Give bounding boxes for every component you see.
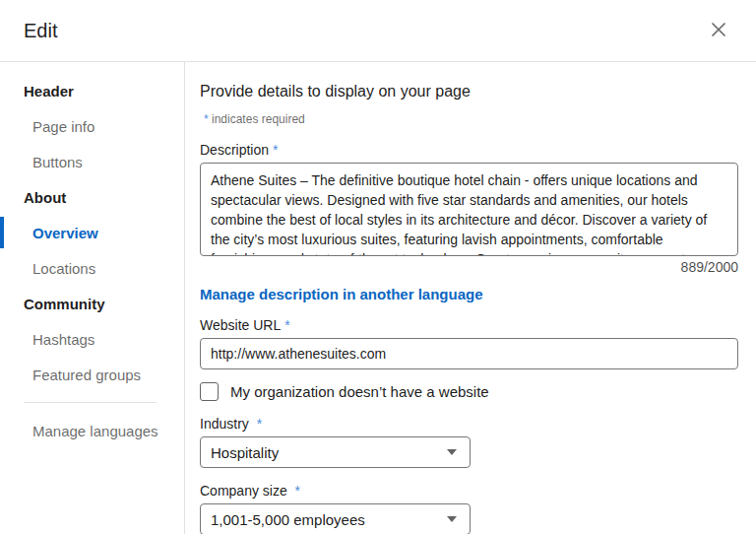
edit-form-content: Provide details to display on your page … [185, 62, 756, 534]
company-size-select[interactable]: 1,001-5,000 employees [200, 503, 471, 534]
sidebar-item-featured-groups[interactable]: Featured groups [0, 357, 184, 392]
edit-page-modal: Edit Header Page info Buttons About Over… [0, 0, 756, 534]
chevron-down-icon [447, 516, 457, 522]
website-required-asterisk: * [284, 317, 289, 333]
no-website-checkbox[interactable] [200, 382, 219, 401]
required-note-text: indicates required [212, 112, 305, 126]
website-url-input[interactable] [200, 338, 738, 369]
sidebar-item-hashtags[interactable]: Hashtags [0, 321, 184, 357]
required-note-asterisk: * [204, 112, 209, 126]
sidebar-item-page-info[interactable]: Page info [0, 108, 184, 144]
description-char-counter: 889/2000 [200, 259, 738, 275]
sidebar-item-buttons[interactable]: Buttons [0, 144, 184, 179]
industry-selected-value: Hospitality [211, 444, 279, 461]
sidebar-item-manage-languages[interactable]: Manage languages [0, 413, 184, 448]
modal-header: Edit [0, 0, 756, 62]
content-heading: Provide details to display on your page [200, 83, 738, 100]
no-website-checkbox-row: My organization doesn’t have a website [200, 382, 738, 401]
company-size-selected-value: 1,001-5,000 employees [211, 511, 365, 528]
sidebar-item-community[interactable]: Community [0, 286, 184, 321]
chevron-down-icon [447, 449, 457, 455]
no-website-checkbox-label[interactable]: My organization doesn’t have a website [230, 383, 489, 400]
required-note: * indicates required [200, 112, 738, 126]
description-required-asterisk: * [273, 142, 278, 158]
sidebar-nav: Header Page info Buttons About Overview … [0, 62, 185, 534]
sidebar-item-locations[interactable]: Locations [0, 250, 184, 286]
industry-required-asterisk: * [257, 416, 262, 432]
description-textarea[interactable]: Athene Suites – The definitive boutique … [200, 163, 738, 256]
sidebar-divider [24, 402, 157, 403]
description-label: Description* [200, 142, 738, 158]
company-size-required-asterisk: * [295, 483, 300, 499]
sidebar-item-about[interactable]: About [0, 179, 184, 215]
modal-body: Header Page info Buttons About Overview … [0, 62, 756, 534]
close-button[interactable] [705, 17, 732, 44]
company-size-label: Company size * [200, 483, 738, 499]
sidebar-item-overview[interactable]: Overview [0, 215, 184, 250]
industry-select[interactable]: Hospitality [200, 436, 471, 468]
close-icon [710, 21, 727, 41]
manage-description-language-link[interactable]: Manage description in another language [200, 286, 483, 302]
modal-title: Edit [24, 20, 57, 42]
sidebar-item-header[interactable]: Header [0, 73, 184, 108]
industry-label: Industry * [200, 416, 738, 432]
website-url-label: Website URL* [200, 317, 738, 333]
